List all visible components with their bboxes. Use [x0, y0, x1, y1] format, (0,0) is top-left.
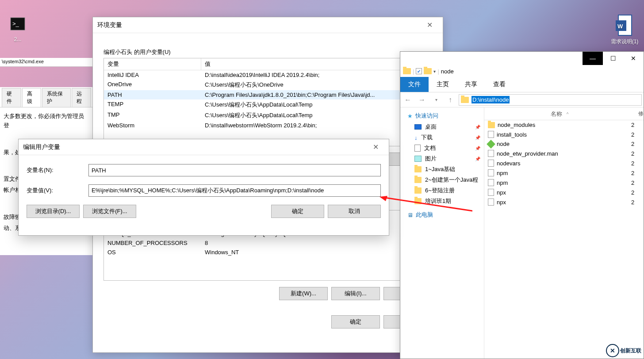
chevron-down-icon[interactable]: ▾ [433, 69, 436, 74]
close-icon[interactable]: ✕ [367, 141, 384, 154]
sidebar-item-folder[interactable]: 培训班1期 [405, 196, 484, 206]
cell-value: C:\Program Files\Java\jdk1.8.0_201\bin;C… [201, 90, 432, 99]
var-name-input[interactable] [88, 164, 381, 176]
th-variable[interactable]: 变量 [104, 58, 201, 70]
cell-value: C:\Users\编程小石头\AppData\Local\Temp [201, 99, 432, 110]
sidebar-item-documents[interactable]: 文档📌 [405, 143, 484, 153]
list-item[interactable]: npm2 [484, 168, 644, 178]
picture-icon [414, 156, 422, 162]
sidebar-item-downloads[interactable]: ↓下载📌 [405, 132, 484, 143]
minimize-button[interactable]: — [583, 52, 603, 65]
cell-name: OneDrive [104, 80, 201, 90]
table-row[interactable]: WebStormD:\install\webstorm\WebStorm 201… [104, 121, 432, 130]
tab-hardware[interactable]: 硬件 [2, 88, 21, 107]
nav-up-button[interactable]: ↑ [445, 94, 456, 106]
table-row[interactable]: NUMBER_OF_PROCESSORS8 [104, 238, 432, 248]
user-vars-table: 变量 值 IntelliJ IDEAD:\install\idea2019\In… [104, 58, 432, 146]
list-item[interactable]: nodevars2 [484, 158, 644, 168]
nav-back-button[interactable]: ← [402, 94, 414, 106]
sidebar-item-pictures[interactable]: 图片📌 [405, 153, 484, 164]
address-bar[interactable]: D:\install\node [459, 94, 642, 106]
th-value[interactable]: 值 [201, 58, 432, 70]
table-row[interactable]: TEMPC:\Users\编程小石头\AppData\Local\Temp [104, 99, 432, 110]
env-dialog-titlebar: 环境变量 ✕ [93, 17, 443, 33]
cell-name: TMP [104, 110, 201, 121]
list-item[interactable]: install_tools2 [484, 130, 644, 139]
cell-value: D:\install\webstorm\WebStorm 2019.2.4\bi… [201, 121, 432, 130]
file-icon [488, 169, 494, 176]
var-value-input[interactable] [88, 184, 381, 197]
folder-icon [414, 198, 422, 204]
nav-history-button[interactable]: ▾ [430, 94, 442, 106]
sidebar-item-folder[interactable]: 2~创建第一个Java程 [405, 175, 484, 185]
list-item[interactable]: npx2 [484, 197, 644, 207]
maximize-button[interactable]: ☐ [603, 52, 623, 65]
ribbon-tab-share[interactable]: 共享 [457, 77, 485, 92]
watermark-logo: ✕ 创新互联 [606, 344, 641, 357]
cell-value: D:\install\idea2019\IntelliJ IDEA 2019.2… [201, 70, 432, 80]
edit-ok-button[interactable]: 确定 [271, 205, 324, 218]
close-button[interactable]: ✕ [623, 52, 644, 65]
sidebar-this-pc[interactable]: 🖥此电脑 [407, 211, 484, 219]
tab-remote[interactable]: 远程 [72, 88, 91, 107]
desktop-icon [414, 124, 422, 130]
browse-file-button[interactable]: 浏览文件(F)... [83, 205, 136, 218]
sysprop-tabs: 硬件 高级 系统保护 远程 [0, 87, 93, 107]
ribbon-tab-file[interactable]: 文件 [400, 77, 429, 92]
close-icon[interactable]: ✕ [421, 19, 438, 32]
table-row[interactable]: TMPC:\Users\编程小石头\AppData\Local\Temp [104, 110, 432, 121]
sidebar-quick-access[interactable]: ★快速访问 [407, 112, 484, 120]
file-icon [488, 199, 494, 206]
ribbon-tab-home[interactable]: 主页 [429, 77, 457, 92]
file-name: npm [497, 180, 508, 186]
logo-text: 创新互联 [620, 347, 641, 355]
nav-forward-button[interactable]: → [416, 94, 428, 106]
file-modified: 2 [631, 180, 640, 186]
sidebar-item-folder[interactable]: 1~Java基础 [405, 164, 484, 175]
new-sys-var-button[interactable]: 新建(W)... [279, 287, 328, 300]
col-name[interactable]: 名称 ^ [484, 107, 635, 120]
file-name: node [497, 141, 510, 147]
tab-protection[interactable]: 系统保护 [42, 88, 71, 107]
table-row[interactable]: OSWindows_NT [104, 248, 432, 257]
edit-sys-var-button[interactable]: 编辑(I)... [331, 287, 380, 300]
table-row[interactable]: OneDriveC:\Users\编程小石头\OneDrive [104, 80, 432, 90]
cell-name: PATH [104, 90, 201, 99]
table-row[interactable]: PATHC:\Program Files\Java\jdk1.8.0_201\b… [104, 90, 432, 99]
table-row[interactable]: IntelliJ IDEAD:\install\idea2019\Intelli… [104, 70, 432, 80]
list-item[interactable]: npx2 [484, 187, 644, 197]
list-item[interactable]: node_modules2 [484, 120, 644, 130]
edit-cancel-button[interactable]: 取消 [328, 205, 381, 218]
browse-dir-button[interactable]: 浏览目录(D)... [27, 205, 80, 218]
svg-text:W: W [617, 23, 623, 30]
file-icon [488, 131, 494, 138]
col-modified[interactable]: 修 [635, 107, 644, 120]
desktop-icon-cmd[interactable]: >_ 2... [0, 13, 35, 42]
desktop-icon-label: 2... [14, 36, 22, 42]
cell-name: IntelliJ IDEA [104, 70, 201, 80]
checkbox-icon[interactable]: ✔ [416, 68, 422, 74]
file-name: npx [497, 189, 506, 196]
file-name: nodevars [497, 160, 520, 167]
file-modified: 2 [631, 160, 640, 167]
cell-value: C:\Users\编程小石头\OneDrive [201, 80, 432, 90]
ribbon-tab-view[interactable]: 查看 [485, 77, 514, 92]
edit-dialog-title: 编辑用户变量 [23, 143, 60, 151]
list-item[interactable]: node_etw_provider.man2 [484, 149, 644, 158]
env-ok-button[interactable]: 确定 [331, 315, 380, 328]
var-name-label: 变量名(N): [27, 166, 88, 174]
cell-name: TEMP [104, 99, 201, 110]
file-modified: 2 [631, 131, 640, 138]
sidebar-item-folder[interactable]: 6~登陆注册 [405, 185, 484, 196]
tab-advanced[interactable]: 高级 [22, 88, 42, 107]
list-item[interactable]: node2 [484, 139, 644, 149]
folder-icon [461, 97, 469, 103]
file-modified: 2 [631, 141, 640, 147]
var-value-label: 变量值(V): [27, 187, 88, 195]
sidebar-item-desktop[interactable]: 桌面📌 [405, 122, 484, 132]
file-name: install_tools [497, 131, 527, 138]
list-item[interactable]: npm2 [484, 178, 644, 187]
explorer-title: node [441, 68, 454, 75]
desktop-icon-word[interactable]: W 需求说明(1) [607, 15, 642, 46]
logo-icon: ✕ [606, 344, 619, 357]
